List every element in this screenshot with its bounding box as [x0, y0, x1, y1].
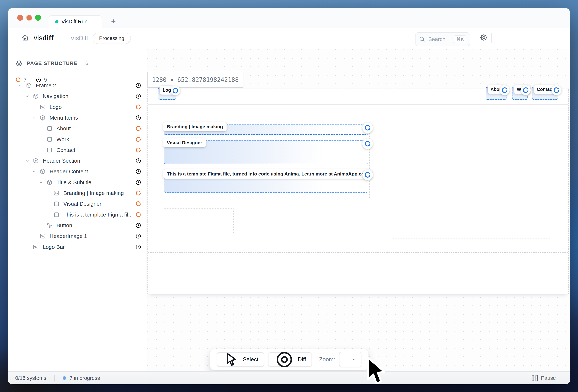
- search-shortcut: ⌘K: [454, 35, 466, 43]
- tree-item-label: Menu Items: [49, 115, 78, 121]
- tree-item-navigation[interactable]: Navigation: [8, 91, 147, 101]
- square-icon: [53, 212, 60, 218]
- tree-item-frame-2[interactable]: Frame 2: [8, 80, 147, 90]
- pause-button[interactable]: Pause: [532, 375, 556, 381]
- select-tool-button[interactable]: Select: [217, 352, 264, 367]
- tree-item-label: Title & Subtitle: [56, 179, 91, 185]
- square-icon: [53, 201, 60, 207]
- chevron-down-icon[interactable]: [31, 169, 37, 174]
- cube-icon: [46, 179, 53, 186]
- zoom-select[interactable]: [339, 352, 361, 367]
- logo-syncing-spinner-icon: [171, 86, 180, 95]
- canvas-toolbar: Select Diff Zoom:: [210, 349, 368, 370]
- diff-tool-button[interactable]: Diff: [268, 352, 312, 367]
- processing-spinner-icon: [135, 104, 142, 110]
- chevron-down-icon: [351, 357, 357, 362]
- traffic-light-close-icon[interactable]: [17, 15, 23, 21]
- tree-item-visual-designer[interactable]: Visual Designer: [8, 199, 147, 209]
- tree-item-branding-image-making[interactable]: Branding | Image making: [8, 188, 147, 198]
- frame-dimensions-label: 1280 × 652.8278198242188: [147, 72, 243, 88]
- sidebar-title: PAGE STRUCTURE: [27, 60, 78, 66]
- button-placeholder: [164, 208, 234, 233]
- pending-clock-icon: [135, 222, 142, 228]
- tree-item-about[interactable]: About: [8, 123, 147, 133]
- status-bar: 0/16 systems 7 in progress Pause: [8, 371, 570, 384]
- layer-tree: Frame 2NavigationLogoMenu ItemsAboutWork…: [8, 80, 147, 255]
- search-placeholder: Search: [428, 36, 454, 42]
- title-syncing-spinner-icon: [362, 123, 373, 133]
- header-divider: [65, 33, 65, 43]
- selected-about-element[interactable]: About: [485, 87, 506, 100]
- design-canvas[interactable]: 1280 × 652.8278198242188 Logo About Work…: [147, 49, 570, 372]
- traffic-light-minimize-icon[interactable]: [26, 15, 32, 21]
- processing-spinner-icon: [135, 147, 142, 153]
- tree-item-contact[interactable]: Contact: [8, 145, 147, 155]
- tree-item-work[interactable]: Work: [8, 134, 147, 144]
- tree-item-label: Button: [56, 222, 72, 228]
- diff-eye-icon: [274, 349, 295, 370]
- tree-item-label: HeaderImage 1: [49, 233, 87, 239]
- search-icon: [419, 36, 425, 43]
- image-icon: [53, 190, 60, 196]
- chevron-down-icon[interactable]: [38, 180, 44, 185]
- home-icon[interactable]: [21, 33, 29, 42]
- in-progress-dot-icon: [63, 376, 66, 380]
- image-icon: [33, 244, 39, 250]
- processing-spinner-icon: [135, 125, 142, 131]
- tree-item-button[interactable]: Button: [8, 220, 147, 230]
- tree-item-menu-items[interactable]: Menu Items: [8, 113, 147, 123]
- selected-paragraph-element[interactable]: This is a template Figma file, turned in…: [164, 172, 368, 193]
- zoom-label: Zoom:: [319, 356, 335, 363]
- tree-item-logo-bar[interactable]: Logo Bar: [8, 242, 147, 252]
- selected-logo-element[interactable]: Logo: [158, 88, 176, 100]
- pending-clock-icon: [135, 244, 142, 250]
- title-block-label: Branding | Image making: [163, 122, 227, 131]
- breadcrumb[interactable]: VisDiff: [70, 35, 88, 42]
- tab-title: VisDiff Run: [61, 19, 88, 25]
- tree-item-headerimage-1[interactable]: HeaderImage 1: [8, 231, 147, 241]
- processing-spinner-icon: [135, 190, 142, 196]
- processing-badge: Processing: [93, 33, 131, 44]
- pending-clock-icon: [135, 169, 142, 174]
- chevron-down-icon[interactable]: [25, 93, 30, 99]
- tree-item-title-subtitle[interactable]: Title & Subtitle: [8, 177, 147, 187]
- tree-item-label: Branding | Image making: [63, 190, 124, 196]
- subtitle-syncing-spinner-icon: [362, 138, 373, 149]
- settings-gear-icon[interactable]: [480, 33, 488, 42]
- new-tab-button[interactable]: +: [111, 17, 116, 25]
- about-syncing-spinner-icon: [500, 85, 510, 95]
- selected-work-element[interactable]: Work: [512, 87, 528, 100]
- selected-title-element[interactable]: Branding | Image making: [164, 125, 368, 135]
- pending-clock-icon: [135, 179, 142, 185]
- selected-contact-element[interactable]: Contact: [532, 87, 558, 100]
- paragraph-syncing-spinner-icon: [362, 170, 373, 180]
- header-divider-2: [491, 33, 492, 43]
- tab-status-dot-icon: [55, 20, 58, 23]
- processing-spinner-icon: [135, 201, 142, 207]
- work-syncing-spinner-icon: [521, 85, 530, 95]
- tree-item-logo[interactable]: Logo: [8, 102, 147, 112]
- selected-subtitle-element[interactable]: Visual Designer: [164, 140, 368, 164]
- button-icon: [46, 222, 53, 229]
- pending-clock-icon: [135, 233, 142, 239]
- chevron-down-icon[interactable]: [31, 115, 37, 121]
- systems-count: 0/16 systems: [15, 375, 46, 381]
- sidebar-divider: [8, 71, 147, 71]
- header-image-placeholder: [392, 119, 551, 238]
- square-icon: [46, 125, 53, 132]
- app-window: VisDiff Run + visdiff VisDiff Processing…: [8, 8, 570, 384]
- tree-item-header-section[interactable]: Header Section: [8, 156, 147, 166]
- tree-item-label: Navigation: [43, 93, 68, 99]
- tree-item-this-is-a-template-figma-fil[interactable]: This is a template Figma fil...: [8, 210, 147, 220]
- chevron-down-icon[interactable]: [18, 83, 23, 88]
- design-frame[interactable]: Logo About Work Contact Branding | Image…: [147, 88, 569, 294]
- in-progress-count: 7 in progress: [70, 375, 100, 381]
- tab-visdiff-run[interactable]: VisDiff Run: [49, 15, 102, 28]
- cube-icon: [39, 168, 46, 175]
- cube-icon: [26, 82, 32, 89]
- traffic-light-zoom-icon[interactable]: [35, 15, 41, 21]
- chevron-down-icon[interactable]: [25, 158, 30, 164]
- search-input[interactable]: Search ⌘K: [415, 32, 470, 46]
- tree-item-header-content[interactable]: Header Content: [8, 166, 147, 176]
- processing-spinner-icon: [135, 136, 142, 142]
